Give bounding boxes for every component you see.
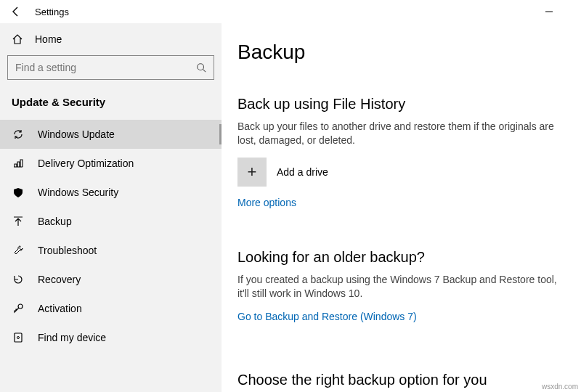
plus-icon: +	[237, 158, 267, 187]
window-title: Settings	[25, 7, 69, 17]
watermark: wsxdn.com	[542, 383, 578, 391]
arrow-left-icon	[10, 6, 22, 17]
svg-line-2	[203, 70, 206, 73]
svg-point-1	[198, 64, 204, 70]
file-history-section: Back up using File History Back up your …	[237, 96, 565, 229]
sidebar-item-label: Activation	[38, 303, 82, 314]
choose-backup-heading: Choose the right backup option for you	[237, 372, 565, 388]
main-content: Backup Back up using File History Back u…	[222, 23, 581, 392]
sidebar-item-recovery[interactable]: Recovery	[0, 265, 222, 294]
sidebar-item-label: Find my device	[38, 332, 106, 343]
file-history-heading: Back up using File History	[237, 96, 565, 113]
home-icon	[12, 33, 23, 45]
minimize-button[interactable]	[545, 7, 574, 16]
shield-icon	[12, 187, 25, 198]
sidebar-item-activation[interactable]: Activation	[0, 294, 222, 323]
svg-point-5	[17, 337, 20, 339]
sidebar-item-label: Backup	[38, 216, 72, 227]
sidebar-item-troubleshoot[interactable]: Troubleshoot	[0, 236, 222, 265]
page-title: Backup	[237, 41, 565, 64]
sidebar-item-backup[interactable]: Backup	[0, 207, 222, 236]
sidebar-item-label: Troubleshoot	[38, 245, 97, 256]
optimization-icon	[12, 158, 25, 169]
home-label: Home	[35, 33, 62, 45]
sidebar-item-label: Recovery	[38, 274, 81, 285]
titlebar: Settings	[0, 0, 581, 23]
wrench-icon	[12, 245, 25, 256]
sidebar-item-label: Delivery Optimization	[38, 158, 134, 169]
key-icon	[12, 303, 25, 314]
sidebar-item-label: Windows Security	[38, 187, 118, 198]
sidebar-item-windows-security[interactable]: Windows Security	[0, 178, 222, 207]
sidebar: Home Update & Security Windows Update	[0, 23, 222, 392]
minimize-icon	[545, 7, 553, 16]
location-icon	[12, 332, 25, 343]
search-input[interactable]	[7, 55, 214, 80]
sidebar-item-windows-update[interactable]: Windows Update	[0, 120, 222, 149]
back-button[interactable]	[7, 6, 25, 17]
sidebar-item-delivery-optimization[interactable]: Delivery Optimization	[0, 149, 222, 178]
more-options-link[interactable]: More options	[237, 197, 296, 208]
search-field[interactable]	[15, 62, 196, 73]
older-backup-section: Looking for an older backup? If you crea…	[237, 249, 565, 351]
home-button[interactable]: Home	[0, 26, 222, 52]
sidebar-nav: Windows Update Delivery Optimization Win…	[0, 120, 222, 352]
backup-restore-link[interactable]: Go to Backup and Restore (Windows 7)	[237, 311, 417, 322]
sync-icon	[12, 128, 25, 140]
backup-icon	[12, 216, 25, 227]
add-drive-label: Add a drive	[277, 166, 328, 178]
recovery-icon	[12, 274, 25, 285]
older-backup-heading: Looking for an older backup?	[237, 249, 565, 266]
sidebar-item-find-my-device[interactable]: Find my device	[0, 323, 222, 352]
choose-backup-section: Choose the right backup option for you T…	[237, 372, 565, 392]
add-drive-button[interactable]: + Add a drive	[237, 158, 565, 187]
search-icon	[196, 62, 206, 73]
sidebar-item-label: Windows Update	[38, 128, 115, 140]
svg-rect-4	[15, 333, 22, 342]
file-history-desc: Back up your files to another drive and …	[237, 120, 557, 147]
sidebar-category: Update & Security	[0, 90, 222, 120]
older-backup-desc: If you created a backup using the Window…	[237, 273, 557, 301]
